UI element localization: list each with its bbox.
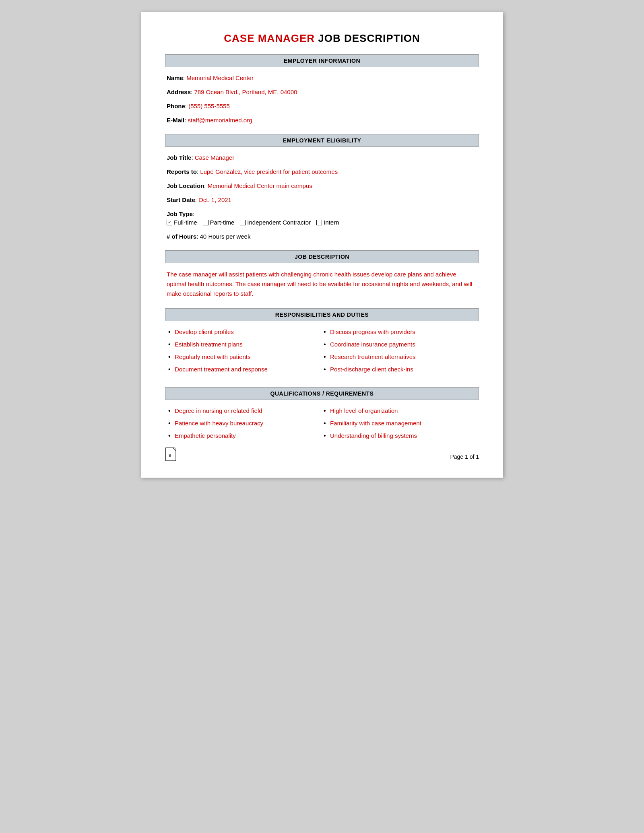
address-row: Address: 789 Ocean Blvd., Portland, ME, … <box>167 88 477 96</box>
job-title-label: Job Title <box>167 154 191 161</box>
email-value: staff@memorialmed.org <box>188 117 252 124</box>
responsibilities-section: RESPONSIBILITIES AND DUTIES Develop clie… <box>165 308 479 377</box>
checkbox-parttime-label: Part-time <box>210 218 235 227</box>
job-title-row: Job Title: Case Manager <box>167 153 477 162</box>
reports-to-value: Lupe Gonzalez, vice president for patien… <box>200 168 338 175</box>
footer: e Page 1 of 1 <box>165 447 479 466</box>
start-date-value: Oct. 1, 2021 <box>198 196 231 203</box>
page-title: CASE MANAGER JOB DESCRIPTION <box>165 32 479 45</box>
hours-row: # of Hours: 40 Hours per week <box>167 232 477 241</box>
checkbox-intern: Intern <box>316 218 339 227</box>
checkbox-intern-box <box>316 220 322 225</box>
checkbox-fulltime-box: ✓ <box>167 220 172 225</box>
qualifications-right-list: High level of organization Familiarity w… <box>322 406 477 444</box>
list-item: Document treatment and response <box>167 365 322 373</box>
list-item: Patience with heavy bureaucracy <box>167 419 322 427</box>
page-number: Page 1 of 1 <box>450 454 479 460</box>
list-item: Degree in nursing or related field <box>167 406 322 415</box>
employment-eligibility-block: Job Title: Case Manager Reports to: Lupe… <box>165 153 479 241</box>
list-item: Post-discharge client check-ins <box>322 365 477 373</box>
list-item: Discuss progress with providers <box>322 328 477 336</box>
title-black: JOB DESCRIPTION <box>315 32 420 44</box>
checkbox-parttime: Part-time <box>203 218 235 227</box>
qualifications-header: QUALIFICATIONS / REQUIREMENTS <box>165 387 479 400</box>
start-date-row: Start Date: Oct. 1, 2021 <box>167 196 477 204</box>
employer-info-header: EMPLOYER INFORMATION <box>165 54 479 67</box>
job-description-header: JOB DESCRIPTION <box>165 250 479 263</box>
checkbox-parttime-box <box>203 220 208 225</box>
list-item: Research treatment alternatives <box>322 353 477 361</box>
job-type-checkboxes: ✓ Full-time Part-time Independent Contra… <box>167 218 477 227</box>
list-item: Understanding of billing systems <box>322 431 477 440</box>
job-location-value: Memorial Medical Center main campus <box>208 182 312 189</box>
list-item: Coordinate insurance payments <box>322 340 477 348</box>
job-type-label: Job Type <box>167 210 193 217</box>
svg-text:e: e <box>169 453 171 458</box>
job-description-text: The case manager will assist patients wi… <box>165 270 479 299</box>
employer-info-block: Name: Memorial Medical Center Address: 7… <box>165 74 479 124</box>
checkbox-intern-label: Intern <box>324 218 339 227</box>
qualifications-lists: Degree in nursing or related field Patie… <box>165 406 479 444</box>
phone-label: Phone <box>167 103 185 109</box>
list-item: High level of organization <box>322 406 477 415</box>
email-row: E-Mail: staff@memorialmed.org <box>167 116 477 124</box>
address-value: 789 Ocean Blvd., Portland, ME, 04000 <box>194 89 297 95</box>
employment-eligibility-section: EMPLOYMENT ELIGIBILITY Job Title: Case M… <box>165 134 479 241</box>
job-title-value: Case Manager <box>195 154 234 161</box>
title-red: CASE MANAGER <box>224 32 315 44</box>
qualifications-left-list: Degree in nursing or related field Patie… <box>167 406 322 444</box>
job-description-section: JOB DESCRIPTION The case manager will as… <box>165 250 479 299</box>
checkbox-fulltime-label: Full-time <box>174 218 197 227</box>
list-item: Regularly meet with patients <box>167 353 322 361</box>
job-type-row: Job Type: ✓ Full-time Part-time Independ… <box>167 210 477 227</box>
employer-info-section: EMPLOYER INFORMATION Name: Memorial Medi… <box>165 54 479 124</box>
responsibilities-header: RESPONSIBILITIES AND DUTIES <box>165 308 479 321</box>
phone-row: Phone: (555) 555-5555 <box>167 102 477 110</box>
checkbox-contractor: Independent Contractor <box>240 218 311 227</box>
phone-value: (555) 555-5555 <box>188 103 230 109</box>
name-label: Name <box>167 74 183 81</box>
employment-eligibility-header: EMPLOYMENT ELIGIBILITY <box>165 134 479 147</box>
responsibilities-right-list: Discuss progress with providers Coordina… <box>322 328 477 377</box>
job-location-row: Job Location: Memorial Medical Center ma… <box>167 181 477 190</box>
job-location-label: Job Location <box>167 182 204 189</box>
reports-to-row: Reports to: Lupe Gonzalez, vice presiden… <box>167 167 477 176</box>
list-item: Familiarity with case management <box>322 419 477 427</box>
hours-value: 40 Hours per week <box>200 233 251 240</box>
email-label: E-Mail <box>167 117 184 124</box>
list-item: Establish treatment plans <box>167 340 322 348</box>
document-page: CASE MANAGER JOB DESCRIPTION EMPLOYER IN… <box>141 12 503 478</box>
responsibilities-lists: Develop client profiles Establish treatm… <box>165 328 479 377</box>
name-row: Name: Memorial Medical Center <box>167 74 477 82</box>
name-value: Memorial Medical Center <box>186 74 254 81</box>
responsibilities-left-list: Develop client profiles Establish treatm… <box>167 328 322 377</box>
start-date-label: Start Date <box>167 196 195 203</box>
checkbox-contractor-label: Independent Contractor <box>247 218 311 227</box>
list-item: Develop client profiles <box>167 328 322 336</box>
list-item: Empathetic personality <box>167 431 322 440</box>
reports-to-label: Reports to <box>167 168 197 175</box>
checkbox-fulltime: ✓ Full-time <box>167 218 197 227</box>
address-label: Address <box>167 89 191 95</box>
qualifications-section: QUALIFICATIONS / REQUIREMENTS Degree in … <box>165 387 479 444</box>
checkbox-contractor-box <box>240 220 246 225</box>
document-icon: e <box>165 447 178 466</box>
hours-label: # of Hours <box>167 233 196 240</box>
